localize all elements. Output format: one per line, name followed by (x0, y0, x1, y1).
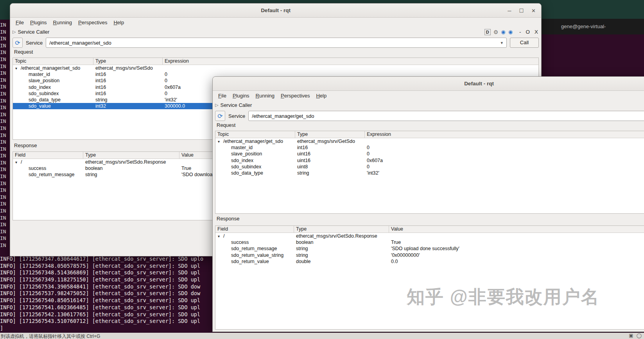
table-cell: sdo_index (13, 84, 93, 90)
table-cell: ▾/ethercat_manager/set_sdo (13, 65, 93, 72)
ros-icon[interactable]: ◉ (508, 29, 513, 35)
table-body: ▾/ethercat_manager/get_sdoethercat_msgs/… (215, 138, 644, 176)
menu-item[interactable]: File (215, 93, 230, 99)
table-row[interactable]: sdo_subindexuint80 (215, 164, 644, 170)
tray-circle-icon: ◯ (637, 333, 642, 338)
window-titlebar[interactable]: Default - rqt ─ ☐ ✕ (213, 77, 644, 91)
terminal-log-line: INFO] [1712567349.118275150] [ethercat_s… (0, 276, 242, 283)
table-row[interactable]: sdo_return_messagestring'SDO upload done… (215, 245, 644, 252)
table-header-row: TopicTypeExpression (215, 131, 644, 138)
call-button[interactable]: Call (510, 38, 539, 48)
table-cell: int16 (93, 84, 163, 90)
column-header[interactable]: Expression (365, 131, 644, 138)
table-row[interactable]: sdo_indexuint160x607a (215, 157, 644, 164)
table-row[interactable]: ▾/ethercat_manager/set_sdoethercat_msgs/… (13, 65, 538, 71)
table-cell: 0 (365, 164, 644, 170)
menu-item[interactable]: Help (110, 20, 127, 25)
service-combobox[interactable]: /ethercat_manager/get_sdo ▾ (248, 111, 644, 121)
tree-expander-icon[interactable]: ▾ (15, 65, 21, 72)
maximize-button[interactable]: ☐ (519, 8, 524, 14)
menu-bar: FilePluginsRunningPerspectivesHelp (10, 18, 541, 27)
table-row[interactable]: slave_positionuint160 (215, 151, 644, 157)
menu-item[interactable]: Perspectives (278, 93, 313, 99)
table-row[interactable]: ▾/ethercat_manager/get_sdoethercat_msgs/… (215, 138, 644, 144)
column-header[interactable]: Type (294, 226, 389, 233)
terminal-clipped-line: IN (0, 125, 10, 132)
table-cell: boolean (83, 165, 179, 171)
response-section-label: Response (217, 216, 240, 222)
close-button[interactable]: ✕ (531, 8, 536, 14)
terminal-clipped-line: IN (0, 70, 10, 77)
dock-float-button[interactable]: O (526, 29, 530, 35)
service-combobox[interactable]: /ethercat_manager/set_sdo ▾ (46, 38, 507, 48)
menu-item[interactable]: Perspectives (75, 20, 110, 25)
table-row[interactable]: sdo_return_value_stringstring'0x00000000… (215, 252, 644, 258)
table-row[interactable]: successbooleanTrue (215, 239, 644, 245)
terminal-title: gene@gene-virtual- (561, 23, 606, 29)
refresh-button[interactable]: ⟳ (13, 38, 23, 48)
refresh-button[interactable]: ⟳ (215, 111, 225, 121)
menu-item[interactable]: Running (253, 93, 278, 99)
tree-expander-icon[interactable]: ▾ (218, 233, 223, 240)
table-cell: success (215, 239, 294, 245)
window-titlebar[interactable]: Default - rqt ─ ☐ ✕ (10, 4, 541, 18)
table-cell: sdo_return_message (215, 245, 294, 252)
terminal-clipped-line: IN (0, 166, 10, 173)
menu-item[interactable]: Plugins (230, 93, 253, 99)
column-header[interactable]: Type (83, 152, 179, 159)
terminal-clipped-line: IN (0, 173, 10, 180)
tray-square-icon: ▣ (629, 333, 633, 338)
column-header[interactable]: Topic (215, 131, 295, 138)
table-row[interactable]: sdo_return_valuedouble0.0 (215, 258, 644, 265)
table-row[interactable]: ▾/ethercat_msgs/srv/GetSdo.Response (215, 233, 644, 239)
column-header[interactable]: Field (13, 152, 83, 159)
terminal-titlebar[interactable]: gene@gene-virtual- (542, 19, 644, 34)
terminal-clipped-line: IN (0, 35, 10, 42)
column-header[interactable]: Type (93, 58, 163, 65)
table-cell: int16 (295, 144, 365, 151)
plugin-toolbar: D ⚙ ◉ ◉ - O X (484, 29, 538, 35)
dock-minimize-button[interactable]: - (519, 29, 521, 35)
column-header[interactable]: Type (295, 131, 365, 138)
table-row[interactable]: master_idint160 (215, 144, 644, 151)
menu-item[interactable]: Plugins (27, 20, 50, 25)
menu-item[interactable]: Running (50, 20, 75, 25)
ros-icon[interactable]: ◉ (501, 29, 505, 35)
column-header[interactable]: Topic (13, 58, 93, 65)
dock-close-button[interactable]: X (535, 29, 538, 35)
request-section-label: Request (14, 49, 33, 55)
terminal-clipped-line: IN (0, 111, 10, 118)
table-cell: ▾/ (13, 159, 83, 166)
panel-expander-icon[interactable]: ▷ (13, 29, 16, 34)
window-title: Default - rqt (213, 77, 644, 91)
table-cell: string (83, 171, 179, 178)
gear-icon[interactable]: ⚙ (493, 29, 499, 35)
table-cell: sdo_index (215, 157, 295, 164)
column-header[interactable]: Field (215, 226, 294, 233)
tree-expander-icon[interactable]: ▾ (218, 139, 223, 145)
table-cell: ethercat_msgs/srv/SetSdo.Response (83, 159, 179, 165)
table-row[interactable]: sdo_data_typestring'int32' (215, 170, 644, 176)
terminal-clipped-line: IN (0, 49, 10, 56)
menu-item[interactable]: File (13, 20, 27, 25)
menu-item[interactable]: Help (313, 93, 330, 99)
table-cell: string (294, 252, 389, 258)
column-header[interactable]: Expression (163, 58, 538, 65)
table-cell: string (294, 245, 389, 252)
terminal-clipped-line: IN (0, 146, 10, 153)
table-cell: int16 (93, 71, 163, 78)
table-cell: ethercat_msgs/srv/SetSdo (93, 65, 163, 71)
minimize-button[interactable]: ─ (508, 8, 511, 14)
table-cell: ethercat_msgs/srv/GetSdo (295, 138, 365, 144)
panel-expander-icon[interactable]: ▷ (215, 103, 218, 108)
plugin-header: ▷ Service Caller D ⚙ ◉ ◉ - O X (215, 101, 644, 110)
window-controls: ─ ☐ ✕ (508, 4, 536, 18)
service-label: Service (228, 113, 245, 119)
service-label: Service (26, 40, 43, 46)
column-header[interactable]: Value (389, 226, 644, 233)
table-cell: uint16 (295, 151, 365, 157)
table-cell: sdo_data_type (13, 97, 93, 103)
terminal-clipped-line: IN (0, 42, 10, 49)
dock-badge-icon[interactable]: D (484, 29, 491, 35)
tree-expander-icon[interactable]: ▾ (15, 159, 21, 166)
